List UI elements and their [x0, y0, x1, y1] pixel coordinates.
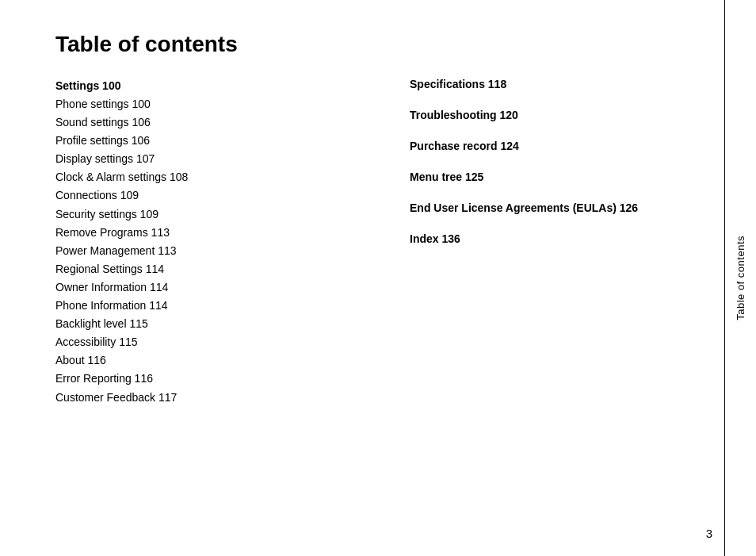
- list-item: Accessibility 115: [55, 333, 362, 351]
- list-item: Power Management 113: [55, 242, 362, 260]
- right-section-item: Index 136: [410, 231, 716, 247]
- right-section-label: Purchase record 124: [410, 138, 716, 155]
- right-section-label: Index 136: [410, 231, 716, 247]
- list-item: Sound settings 106: [55, 113, 362, 132]
- list-item: Connections 109: [55, 186, 362, 205]
- right-section-item: Specifications 118: [410, 76, 716, 93]
- sidebar-label-text: Table of contents: [735, 236, 746, 320]
- list-item: Display settings 107: [55, 150, 362, 168]
- right-section-label: End User License Agreements (EULAs) 126: [410, 200, 716, 217]
- list-item: Phone settings 100: [55, 95, 362, 113]
- list-item: Regional Settings 114: [55, 260, 362, 278]
- list-item: Customer Feedback 117: [55, 389, 362, 407]
- right-section-item: End User License Agreements (EULAs) 126: [410, 200, 716, 217]
- list-item: Error Reporting 116: [55, 370, 362, 388]
- toc-items-list: Phone settings 100Sound settings 106Prof…: [55, 95, 362, 407]
- page-title: Table of contents: [55, 32, 716, 57]
- list-item: About 116: [55, 351, 362, 370]
- right-section-item: Purchase record 124: [410, 138, 716, 155]
- list-item: Remove Programs 113: [55, 224, 362, 242]
- right-column: Specifications 118Troubleshooting 120Pur…: [410, 76, 716, 407]
- right-section-label: Menu tree 125: [410, 169, 716, 186]
- list-item: Phone Information 114: [55, 297, 362, 315]
- list-item: Security settings 109: [55, 205, 362, 224]
- left-column: Settings 100 Phone settings 100Sound set…: [55, 76, 362, 407]
- list-item: Clock & Alarm settings 108: [55, 168, 362, 186]
- right-section-item: Menu tree 125: [410, 169, 716, 186]
- page-container: Table of contents Settings 100 Phone set…: [0, 0, 756, 556]
- right-section-label: Specifications 118: [410, 76, 716, 93]
- list-item: Backlight level 115: [55, 315, 362, 333]
- sidebar-label-container: Table of contents: [724, 0, 756, 556]
- page-number: 3: [706, 527, 712, 540]
- right-section-label: Troubleshooting 120: [410, 107, 716, 124]
- settings-section-heading: Settings 100: [55, 79, 362, 92]
- list-item: Profile settings 106: [55, 132, 362, 150]
- list-item: Owner Information 114: [55, 278, 362, 297]
- content-area: Settings 100 Phone settings 100Sound set…: [55, 76, 716, 407]
- right-section-item: Troubleshooting 120: [410, 107, 716, 124]
